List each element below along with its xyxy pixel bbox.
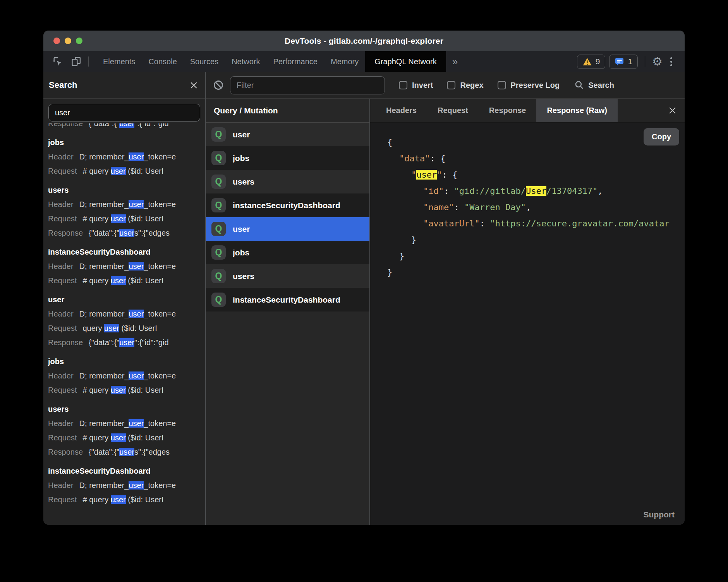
- copy-button[interactable]: Copy: [644, 128, 679, 146]
- result-line-value: # query user ($id: UserI: [83, 276, 164, 285]
- search-result-group-title[interactable]: instanceSecurityDashboard: [48, 464, 201, 478]
- more-tabs-chevron-icon[interactable]: »: [446, 51, 464, 72]
- result-text-segment: D; remember_: [79, 262, 129, 270]
- result-line-value: # query user ($id: UserI: [83, 495, 164, 504]
- result-text-segment: ($id: UserI: [126, 433, 164, 442]
- search-result-line[interactable]: Response{"data":{"user":{"id":"gid: [48, 336, 201, 350]
- filter-input[interactable]: [230, 76, 385, 94]
- query-list-item-users[interactable]: Qusers: [206, 264, 369, 288]
- maximize-window-button[interactable]: [76, 38, 82, 44]
- search-result-line[interactable]: HeaderD; remember_user_token=e: [48, 416, 201, 431]
- json-token: {: [452, 170, 457, 180]
- search-result-line[interactable]: HeaderD; remember_user_token=e: [48, 478, 201, 493]
- query-list-item-users[interactable]: Qusers: [206, 170, 369, 193]
- devtools-tab-performance[interactable]: Performance: [267, 51, 325, 72]
- search-result-line[interactable]: Response{"data":{"user":{"id":"gid: [48, 123, 201, 131]
- search-result-line[interactable]: HeaderD; remember_user_token=e: [48, 259, 201, 274]
- result-text-segment: query: [83, 324, 105, 332]
- search-result-line[interactable]: Request# query user ($id: UserI: [48, 383, 201, 397]
- result-line-label: Header: [48, 200, 74, 209]
- result-line-value: D; remember_user_token=e: [79, 419, 176, 428]
- search-result-line[interactable]: Request# query user ($id: UserI: [48, 212, 201, 226]
- devtools-tab-sources[interactable]: Sources: [184, 51, 225, 72]
- search-result-group-title[interactable]: instanceSecurityDashboard: [48, 245, 201, 259]
- search-result-group-title[interactable]: users: [48, 402, 201, 416]
- json-token: /13704317": [546, 186, 598, 196]
- message-icon: [615, 57, 624, 66]
- result-line-label: Response: [48, 448, 83, 456]
- result-line-value: {"data":{"users":{"edges: [89, 448, 170, 456]
- result-text-segment: D; remember_: [79, 419, 129, 428]
- json-line: "name": "Warren Day",: [387, 199, 685, 216]
- query-type-icon: Q: [211, 198, 226, 212]
- search-match-highlight: user: [129, 310, 144, 318]
- search-result-group-title[interactable]: jobs: [48, 354, 201, 369]
- search-result-group-title[interactable]: jobs: [48, 135, 201, 150]
- minimize-window-button[interactable]: [65, 38, 71, 44]
- query-list-item-user[interactable]: Quser: [206, 123, 369, 146]
- query-type-icon: Q: [211, 222, 226, 236]
- clear-log-icon[interactable]: [213, 80, 224, 91]
- json-token: {: [387, 137, 392, 147]
- result-line-value: D; remember_user_token=e: [79, 481, 176, 490]
- close-window-button[interactable]: [53, 38, 60, 44]
- result-text-segment: ($id: UserI: [126, 495, 164, 504]
- query-list-item-instancesecuritydashboard[interactable]: QinstanceSecurityDashboard: [206, 193, 369, 217]
- devtools-tab-graphql-network[interactable]: GraphQL Network: [365, 51, 446, 72]
- devtools-tab-elements[interactable]: Elements: [96, 51, 142, 72]
- kebab-menu-icon[interactable]: [666, 55, 676, 68]
- devtools-tab-strip: ElementsConsoleSourcesNetworkPerformance…: [96, 51, 446, 72]
- search-result-group-title[interactable]: user: [48, 293, 201, 307]
- result-text-segment: _token=e: [144, 419, 176, 428]
- response-tab-request[interactable]: Request: [427, 99, 479, 122]
- invert-checkbox-box: [399, 81, 407, 89]
- search-result-line[interactable]: HeaderD; remember_user_token=e: [48, 369, 201, 383]
- invert-checkbox[interactable]: Invert: [399, 81, 433, 90]
- response-tab-headers[interactable]: Headers: [376, 99, 427, 122]
- query-type-icon: Q: [211, 245, 226, 260]
- filter-toolbar: Invert Regex Preserve Log: [206, 72, 685, 99]
- devtools-tab-memory[interactable]: Memory: [324, 51, 365, 72]
- search-result-line[interactable]: Request# query user ($id: UserI: [48, 493, 201, 507]
- inspect-element-icon[interactable]: [51, 55, 64, 68]
- response-tab-response[interactable]: Response: [479, 99, 537, 122]
- toolbar-search-button[interactable]: Search: [574, 80, 614, 90]
- preserve-log-checkbox[interactable]: Preserve Log: [498, 81, 560, 90]
- close-response-icon[interactable]: [660, 99, 685, 122]
- result-text-segment: _token=e: [144, 481, 176, 490]
- search-result-line[interactable]: Requestquery user ($id: UserI: [48, 321, 201, 336]
- result-line-label: Header: [48, 152, 74, 161]
- devtools-tab-console[interactable]: Console: [142, 51, 183, 72]
- search-result-line[interactable]: HeaderD; remember_user_token=e: [48, 197, 201, 212]
- json-token: "https://secure.gravatar.com/avatar: [490, 219, 670, 228]
- query-list-item-jobs[interactable]: Qjobs: [206, 241, 369, 264]
- regex-checkbox[interactable]: Regex: [447, 81, 483, 90]
- search-result-line[interactable]: Request# query user ($id: UserI: [48, 164, 201, 178]
- query-list-item-user[interactable]: Quser: [206, 217, 369, 241]
- close-search-icon[interactable]: [189, 81, 198, 90]
- messages-badge[interactable]: 1: [609, 55, 638, 69]
- search-result-group-title[interactable]: users: [48, 183, 201, 197]
- query-mutation-panel: Query / Mutation QuserQjobsQusersQinstan…: [206, 99, 370, 525]
- search-result-line[interactable]: HeaderD; remember_user_token=e: [48, 307, 201, 321]
- search-match-highlight: user: [111, 495, 126, 504]
- result-line-value: # query user ($id: UserI: [83, 167, 164, 175]
- search-result-line[interactable]: Request# query user ($id: UserI: [48, 431, 201, 445]
- support-link[interactable]: Support: [644, 510, 675, 519]
- query-list-item-jobs[interactable]: Qjobs: [206, 146, 369, 170]
- toolbar-right: 9 1 ⚙: [577, 51, 685, 72]
- response-tab-response-raw[interactable]: Response (Raw): [536, 99, 618, 122]
- search-result-line[interactable]: Response{"data":{"users":{"edges: [48, 226, 201, 240]
- settings-gear-icon[interactable]: ⚙: [652, 56, 663, 67]
- search-result-line[interactable]: HeaderD; remember_user_token=e: [48, 150, 201, 164]
- search-input[interactable]: [48, 104, 200, 122]
- search-result-line[interactable]: Response{"data":{"users":{"edges: [48, 445, 201, 459]
- search-match-highlight: user: [129, 152, 144, 161]
- search-result-line[interactable]: Request# query user ($id: UserI: [48, 274, 201, 288]
- result-text-segment: D; remember_: [79, 481, 129, 490]
- device-toolbar-icon[interactable]: [70, 55, 83, 68]
- json-line: {: [387, 134, 685, 151]
- devtools-tab-network[interactable]: Network: [225, 51, 266, 72]
- query-list-item-instancesecuritydashboard[interactable]: QinstanceSecurityDashboard: [206, 288, 369, 312]
- warnings-badge[interactable]: 9: [577, 55, 606, 69]
